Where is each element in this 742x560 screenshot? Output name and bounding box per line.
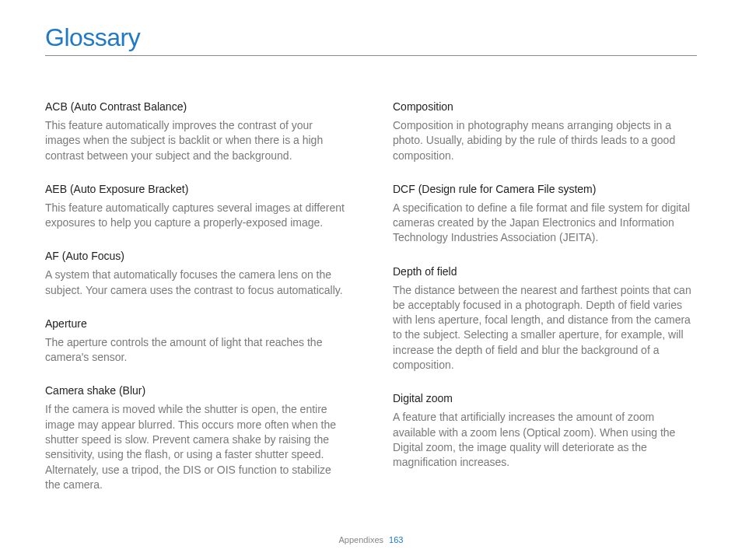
title-block: Glossary (45, 23, 697, 56)
glossary-entry: Composition Composition in photography m… (393, 100, 697, 163)
glossary-definition: This feature automatically captures seve… (45, 201, 349, 231)
glossary-entry: Camera shake (Blur) If the camera is mov… (45, 383, 349, 492)
glossary-term: Composition (393, 100, 697, 114)
right-column: Composition Composition in photography m… (393, 100, 697, 511)
glossary-entry: Digital zoom A feature that artificially… (393, 391, 697, 470)
page-title: Glossary (45, 23, 697, 52)
glossary-entry: AF (Auto Focus) A system that automatica… (45, 249, 349, 298)
glossary-definition: A feature that artificially increases th… (393, 410, 697, 470)
glossary-term: Aperture (45, 317, 349, 331)
glossary-definition: This feature automatically improves the … (45, 118, 349, 163)
glossary-term: AEB (Auto Exposure Bracket) (45, 182, 349, 197)
glossary-term: Digital zoom (393, 391, 697, 406)
glossary-term: ACB (Auto Contrast Balance) (45, 100, 349, 114)
footer-page-number: 163 (389, 535, 403, 544)
glossary-entry: Depth of field The distance between the … (393, 264, 697, 373)
glossary-term: Camera shake (Blur) (45, 383, 349, 398)
glossary-term: AF (Auto Focus) (45, 249, 349, 264)
glossary-definition: The aperture controls the amount of ligh… (45, 335, 349, 366)
glossary-entry: DCF (Design rule for Camera File system)… (393, 182, 697, 246)
footer-section-label: Appendixes (339, 535, 384, 544)
glossary-definition: The distance between the nearest and far… (393, 283, 697, 373)
glossary-columns: ACB (Auto Contrast Balance) This feature… (45, 100, 697, 511)
glossary-term: Depth of field (393, 264, 697, 279)
glossary-definition: Composition in photography means arrangi… (393, 118, 697, 163)
glossary-term: DCF (Design rule for Camera File system) (393, 182, 697, 197)
glossary-definition: A system that automatically focuses the … (45, 268, 349, 298)
glossary-entry: Aperture The aperture controls the amoun… (45, 317, 349, 366)
glossary-definition: A specification to define a file format … (393, 201, 697, 246)
glossary-entry: AEB (Auto Exposure Bracket) This feature… (45, 182, 349, 231)
page-footer: Appendixes 163 (0, 535, 742, 544)
glossary-entry: ACB (Auto Contrast Balance) This feature… (45, 100, 349, 163)
glossary-definition: If the camera is moved while the shutter… (45, 402, 349, 492)
left-column: ACB (Auto Contrast Balance) This feature… (45, 100, 349, 511)
